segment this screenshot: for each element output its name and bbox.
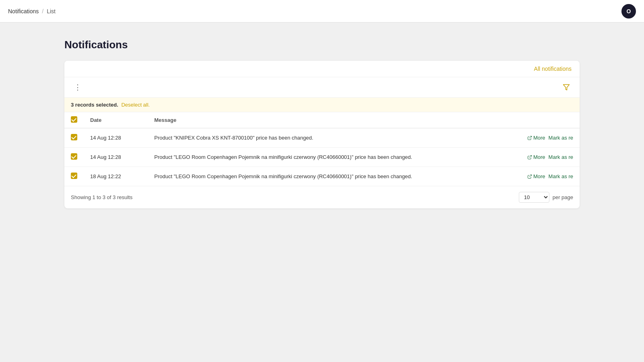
more-link[interactable]: More: [527, 135, 545, 141]
notifications-card: All notifications ⋮ 3 records selected. …: [64, 61, 580, 208]
select-all-checkbox[interactable]: [71, 116, 77, 123]
more-link[interactable]: More: [527, 173, 545, 179]
row-actions: More Mark as re: [507, 128, 580, 148]
row-actions: More Mark as re: [507, 167, 580, 186]
kebab-menu-button[interactable]: ⋮: [71, 81, 85, 93]
row-action-buttons: More Mark as re: [514, 154, 573, 160]
svg-line-1: [529, 136, 532, 138]
filter-button[interactable]: [559, 82, 573, 93]
card-header: All notifications: [64, 61, 580, 77]
more-link[interactable]: More: [527, 154, 545, 160]
row-date: 14 Aug 12:28: [84, 148, 148, 167]
col-message-header: Message: [148, 112, 507, 128]
mark-as-read-link[interactable]: Mark as re: [549, 173, 573, 179]
all-notifications-link[interactable]: All notifications: [534, 66, 572, 72]
row-checkbox-1[interactable]: [71, 153, 77, 160]
external-link-icon: [527, 155, 532, 160]
page-title: Notifications: [64, 39, 580, 51]
external-link-icon: [527, 174, 532, 179]
svg-marker-0: [564, 84, 570, 90]
table-row: 14 Aug 12:28Product "KNIPEX Cobra XS KNT…: [64, 128, 580, 148]
per-page-control: 10 25 50 100 per page: [519, 192, 573, 203]
selected-count-text: 3 records selected.: [71, 102, 118, 108]
external-link-icon: [527, 136, 532, 140]
row-checkbox-cell: [64, 128, 84, 148]
table-row: 14 Aug 12:28Product "LEGO Room Copenhage…: [64, 148, 580, 167]
breadcrumb-separator: /: [42, 8, 43, 14]
row-action-buttons: More Mark as re: [514, 135, 573, 141]
col-actions-header: [507, 112, 580, 128]
mark-as-read-link[interactable]: Mark as re: [549, 154, 573, 160]
per-page-select[interactable]: 10 25 50 100: [519, 192, 549, 203]
mark-as-read-link[interactable]: Mark as re: [549, 135, 573, 141]
row-action-buttons: More Mark as re: [514, 173, 573, 179]
topbar: Notifications / List O: [0, 0, 644, 23]
toolbar: ⋮: [64, 77, 580, 98]
row-message: Product "LEGO Room Copenhagen Pojemnik n…: [148, 167, 507, 186]
row-checkbox-0[interactable]: [71, 134, 77, 140]
breadcrumb-list: List: [47, 8, 56, 14]
breadcrumb-notifications[interactable]: Notifications: [8, 8, 39, 14]
filter-icon: [563, 84, 570, 91]
showing-text: Showing 1 to 3 of 3 results: [71, 194, 132, 200]
selection-bar: 3 records selected. Deselect all.: [64, 98, 580, 112]
table-row: 18 Aug 12:22Product "LEGO Room Copenhage…: [64, 167, 580, 186]
notifications-table: Date Message 14 Aug 12:28Product "KNIPEX…: [64, 112, 580, 186]
avatar[interactable]: O: [621, 4, 636, 19]
row-date: 14 Aug 12:28: [84, 128, 148, 148]
table-footer: Showing 1 to 3 of 3 results 10 25 50 100…: [64, 186, 580, 208]
svg-line-2: [529, 155, 532, 158]
row-message: Product "KNIPEX Cobra XS KNT-8700100" pr…: [148, 128, 507, 148]
page-content: Notifications All notifications ⋮ 3 reco…: [0, 23, 644, 224]
toolbar-left-actions: ⋮: [71, 81, 85, 93]
row-date: 18 Aug 12:22: [84, 167, 148, 186]
col-date-header: Date: [84, 112, 148, 128]
svg-line-3: [529, 175, 532, 177]
row-actions: More Mark as re: [507, 148, 580, 167]
toolbar-right-actions: [559, 82, 573, 93]
row-checkbox-cell: [64, 167, 84, 186]
deselect-all-link[interactable]: Deselect all.: [121, 102, 150, 108]
per-page-label: per page: [553, 194, 573, 200]
table-header-row: Date Message: [64, 112, 580, 128]
row-checkbox-2[interactable]: [71, 173, 77, 179]
row-message: Product "LEGO Room Copenhagen Pojemnik n…: [148, 148, 507, 167]
row-checkbox-cell: [64, 148, 84, 167]
col-checkbox-header: [64, 112, 84, 128]
breadcrumb: Notifications / List: [8, 8, 56, 14]
